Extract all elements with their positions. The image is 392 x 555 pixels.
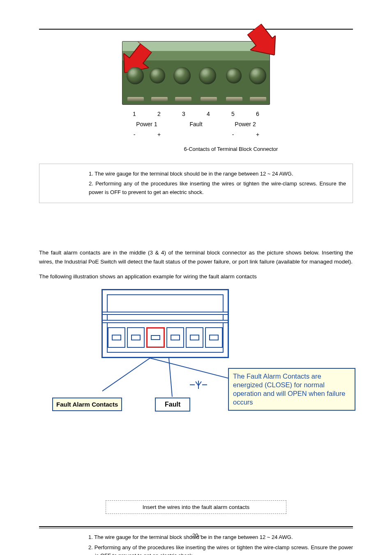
callout-explanation: The Fault Alarm Contacts are energized (… [228, 368, 355, 411]
terminal-group-label: Fault [171, 119, 221, 130]
body-paragraph: The fault alarm contacts are in the midd… [39, 248, 353, 267]
screw-hole-icon [173, 67, 191, 84]
callout-fault: Fault [155, 398, 190, 412]
screw-hole-icon [127, 67, 144, 84]
terminal-highlight-icon [146, 327, 165, 348]
note-line: 2. Performing any of the procedures like… [89, 180, 346, 197]
note-line: 1. The wire gauge for the terminal block… [89, 170, 346, 178]
screw-hole-icon [150, 68, 165, 83]
slot-icon [201, 97, 217, 101]
figure-fault-alarm: Fault Alarm Contacts Fault The Fault Ala… [39, 287, 353, 514]
terminal-number: 1 [122, 109, 147, 119]
bottom-notes: 1. The wire gauge for the terminal block… [39, 528, 353, 555]
terminal-polarity [196, 130, 221, 140]
terminal-icon [127, 327, 145, 348]
screw-hole-icon [226, 68, 242, 83]
figure-terminal-block: 1 2 3 4 5 6 Power 1 Fault Power 2 - + - … [39, 41, 353, 152]
screw-hole-icon [249, 67, 266, 84]
terminal-icon [166, 327, 184, 348]
terminal-labels: 1 2 3 4 5 6 Power 1 Fault Power 2 - + - … [122, 109, 270, 140]
note-box: 1. The wire gauge for the terminal block… [39, 164, 353, 203]
terminal-block-photo [122, 41, 270, 105]
terminal-polarity: - [122, 130, 147, 140]
slot-icon [151, 97, 168, 101]
terminal-number: 6 [245, 109, 270, 119]
terminal-group-label: Power 2 [221, 119, 270, 130]
figure-caption: 6-Contacts of Terminal Block Connector [109, 146, 353, 152]
terminal-polarity: + [147, 130, 171, 140]
page-number: -20 - [0, 532, 392, 539]
note-line: 2. Performing any of the procedures like… [88, 543, 353, 555]
top-rule [39, 29, 353, 30]
terminal-polarity: - [221, 130, 245, 140]
terminal-icon [205, 327, 223, 348]
terminal-polarity: + [245, 130, 270, 140]
terminal-icon [108, 327, 125, 348]
bottom-rule [39, 526, 353, 527]
terminal-number: 3 [171, 109, 196, 119]
terminal-number: 5 [221, 109, 245, 119]
terminal-icon [186, 327, 203, 348]
terminal-number: 4 [196, 109, 221, 119]
terminal-polarity [171, 130, 196, 140]
slot-icon [127, 97, 144, 101]
instruction-box: Insert the wires into the fault alarm co… [106, 500, 286, 514]
slot-icon [226, 97, 242, 101]
callout-fault-alarm-contacts: Fault Alarm Contacts [52, 398, 122, 411]
terminal-block-diagram [101, 289, 229, 358]
terminal-number: 2 [147, 109, 171, 119]
screw-hole-icon [199, 67, 216, 84]
svg-marker-1 [242, 21, 284, 65]
slot-icon [175, 97, 191, 101]
slot-icon [250, 97, 266, 101]
terminal-group-label: Power 1 [122, 119, 171, 130]
body-paragraph: The following illustration shows an appl… [39, 272, 353, 281]
diode-icon [190, 381, 207, 390]
